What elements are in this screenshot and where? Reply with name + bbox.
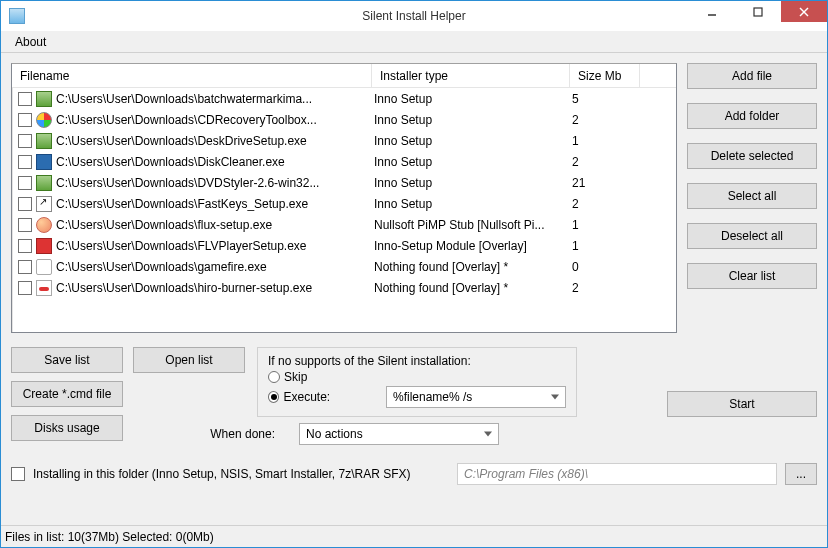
status-text: Files in list: 10(37Mb) Selected: 0(0Mb) [5,530,214,544]
maximize-button[interactable] [735,1,781,22]
file-icon [36,238,52,254]
execute-label: Execute: [283,390,340,404]
browse-button[interactable]: ... [785,463,817,485]
row-checkbox[interactable] [18,113,32,127]
size-cell: 2 [572,197,642,211]
skip-label: Skip [284,370,307,384]
size-cell: 0 [572,260,642,274]
size-cell: 1 [572,239,642,253]
installer-cell: Inno Setup [374,176,572,190]
minimize-button[interactable] [689,1,735,22]
table-row[interactable]: C:\Users\User\Downloads\DiskCleaner.exeI… [12,151,676,172]
row-checkbox[interactable] [18,281,32,295]
menu-about[interactable]: About [7,33,54,51]
close-button[interactable] [781,1,827,22]
menubar: About [1,31,827,53]
skip-radio[interactable] [268,371,280,383]
file-icon [36,217,52,233]
size-cell: 1 [572,134,642,148]
add-file-button[interactable]: Add file [687,63,817,89]
when-done-label: When done: [49,427,285,441]
execute-radio[interactable] [268,391,279,403]
delete-selected-button[interactable]: Delete selected [687,143,817,169]
file-icon [36,112,52,128]
content-area: Filename Installer type Size Mb C:\Users… [1,53,827,525]
file-icon [36,91,52,107]
installer-cell: Nullsoft PiMP Stub [Nullsoft Pi... [374,218,572,232]
filename-cell: C:\Users\User\Downloads\gamefire.exe [56,260,267,274]
file-icon [36,175,52,191]
open-list-button[interactable]: Open list [133,347,245,373]
row-checkbox[interactable] [18,239,32,253]
filename-cell: C:\Users\User\Downloads\CDRecoveryToolbo… [56,113,317,127]
table-row[interactable]: C:\Users\User\Downloads\FLVPlayerSetup.e… [12,235,676,256]
add-folder-button[interactable]: Add folder [687,103,817,129]
app-window: Silent Install Helper About Filename Ins… [0,0,828,548]
install-folder-label: Installing in this folder (Inno Setup, N… [33,467,411,481]
installer-cell: Inno Setup [374,92,572,106]
file-listview[interactable]: Filename Installer type Size Mb C:\Users… [11,63,677,333]
file-icon [36,154,52,170]
filename-cell: C:\Users\User\Downloads\flux-setup.exe [56,218,272,232]
file-icon [36,280,52,296]
installer-cell: Inno Setup [374,155,572,169]
size-cell: 2 [572,113,642,127]
installer-cell: Nothing found [Overlay] * [374,260,572,274]
installer-cell: Inno Setup [374,134,572,148]
table-row[interactable]: C:\Users\User\Downloads\DVDStyler-2.6-wi… [12,172,676,193]
size-cell: 2 [572,281,642,295]
app-icon [9,8,25,24]
table-row[interactable]: C:\Users\User\Downloads\gamefire.exeNoth… [12,256,676,277]
titlebar: Silent Install Helper [1,1,827,31]
silent-group: If no supports of the Silent installatio… [257,347,577,417]
svg-rect-1 [754,8,762,16]
filename-cell: C:\Users\User\Downloads\DiskCleaner.exe [56,155,285,169]
size-cell: 21 [572,176,642,190]
table-row[interactable]: C:\Users\User\Downloads\CDRecoveryToolbo… [12,109,676,130]
save-list-button[interactable]: Save list [11,347,123,373]
file-icon [36,133,52,149]
installer-cell: Inno Setup [374,113,572,127]
row-checkbox[interactable] [18,155,32,169]
col-filename[interactable]: Filename [12,64,372,87]
install-folder-checkbox[interactable] [11,467,25,481]
clear-list-button[interactable]: Clear list [687,263,817,289]
installer-cell: Nothing found [Overlay] * [374,281,572,295]
deselect-all-button[interactable]: Deselect all [687,223,817,249]
filename-cell: C:\Users\User\Downloads\FLVPlayerSetup.e… [56,239,307,253]
filename-cell: C:\Users\User\Downloads\batchwatermarkim… [56,92,312,106]
side-buttons: Add file Add folder Delete selected Sele… [687,63,817,333]
window-title: Silent Install Helper [362,9,465,23]
list-header: Filename Installer type Size Mb [12,64,676,88]
row-checkbox[interactable] [18,260,32,274]
start-button[interactable]: Start [667,391,817,417]
row-checkbox[interactable] [18,92,32,106]
table-row[interactable]: C:\Users\User\Downloads\flux-setup.exeNu… [12,214,676,235]
col-size[interactable]: Size Mb [570,64,640,87]
row-checkbox[interactable] [18,176,32,190]
filename-cell: C:\Users\User\Downloads\DVDStyler-2.6-wi… [56,176,319,190]
window-controls [689,1,827,31]
col-installer[interactable]: Installer type [372,64,570,87]
statusbar: Files in list: 10(37Mb) Selected: 0(0Mb) [1,525,827,547]
row-checkbox[interactable] [18,197,32,211]
filename-cell: C:\Users\User\Downloads\hiro-burner-setu… [56,281,312,295]
execute-combo[interactable]: %filename% /s [386,386,566,408]
file-icon [36,259,52,275]
table-row[interactable]: C:\Users\User\Downloads\hiro-burner-setu… [12,277,676,298]
row-checkbox[interactable] [18,218,32,232]
select-all-button[interactable]: Select all [687,183,817,209]
when-done-combo[interactable]: No actions [299,423,499,445]
create-cmd-button[interactable]: Create *.cmd file [11,381,123,407]
installer-cell: Inno Setup [374,197,572,211]
size-cell: 1 [572,218,642,232]
row-checkbox[interactable] [18,134,32,148]
table-row[interactable]: C:\Users\User\Downloads\DeskDriveSetup.e… [12,130,676,151]
filename-cell: C:\Users\User\Downloads\DeskDriveSetup.e… [56,134,307,148]
silent-prompt-label: If no supports of the Silent installatio… [268,354,566,368]
table-row[interactable]: C:\Users\User\Downloads\FastKeys_Setup.e… [12,193,676,214]
list-body[interactable]: C:\Users\User\Downloads\batchwatermarkim… [12,88,676,332]
size-cell: 2 [572,155,642,169]
table-row[interactable]: C:\Users\User\Downloads\batchwatermarkim… [12,88,676,109]
install-path-input[interactable]: C:\Program Files (x86)\ [457,463,777,485]
